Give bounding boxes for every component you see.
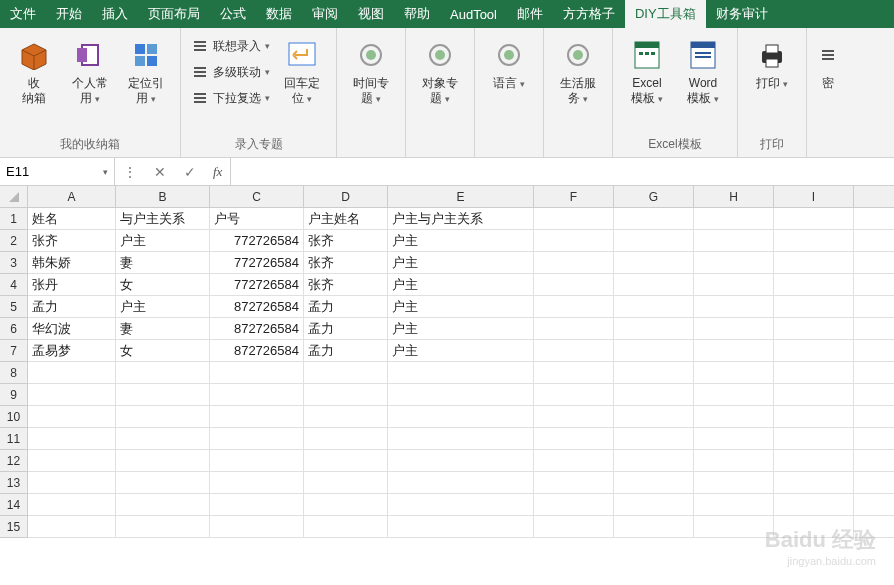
fx-icon[interactable]: fx	[205, 164, 230, 180]
cell[interactable]	[854, 384, 894, 406]
column-header[interactable]: A	[28, 186, 116, 208]
menu-tab-8[interactable]: 帮助	[394, 0, 440, 28]
ribbon-button[interactable]: 打印 ▾	[744, 32, 800, 96]
cell[interactable]	[534, 384, 614, 406]
column-header[interactable]: E	[388, 186, 534, 208]
cell[interactable]	[694, 274, 774, 296]
cell[interactable]	[614, 230, 694, 252]
cell[interactable]	[854, 274, 894, 296]
row-header[interactable]: 4	[0, 274, 28, 296]
cell[interactable]	[774, 230, 854, 252]
cell[interactable]	[774, 472, 854, 494]
cell[interactable]	[614, 384, 694, 406]
cell[interactable]	[210, 406, 304, 428]
cell[interactable]: 张齐	[304, 274, 388, 296]
cell[interactable]	[210, 472, 304, 494]
cell[interactable]	[304, 384, 388, 406]
cell[interactable]	[534, 516, 614, 538]
cell[interactable]	[534, 406, 614, 428]
cell[interactable]	[116, 406, 210, 428]
cell[interactable]	[304, 472, 388, 494]
cell[interactable]: 872726584	[210, 318, 304, 340]
cell[interactable]	[614, 494, 694, 516]
cell[interactable]: 872726584	[210, 340, 304, 362]
cell[interactable]	[774, 274, 854, 296]
row-header[interactable]: 1	[0, 208, 28, 230]
cell[interactable]: 772726584	[210, 252, 304, 274]
menu-tab-12[interactable]: DIY工具箱	[625, 0, 706, 28]
cell[interactable]	[854, 472, 894, 494]
cell[interactable]	[854, 296, 894, 318]
row-header[interactable]: 8	[0, 362, 28, 384]
cell[interactable]: 孟易梦	[28, 340, 116, 362]
cell[interactable]	[774, 318, 854, 340]
cell[interactable]	[774, 340, 854, 362]
cell[interactable]	[304, 450, 388, 472]
cell[interactable]	[854, 450, 894, 472]
row-header[interactable]: 2	[0, 230, 28, 252]
cell[interactable]: 张齐	[28, 230, 116, 252]
cell[interactable]	[694, 384, 774, 406]
cell[interactable]: 772726584	[210, 274, 304, 296]
cell[interactable]	[614, 252, 694, 274]
cell[interactable]	[694, 340, 774, 362]
cell[interactable]	[614, 428, 694, 450]
cell[interactable]	[388, 450, 534, 472]
ribbon-small-button[interactable]: 联想录入 ▾	[187, 34, 274, 58]
cell[interactable]	[694, 252, 774, 274]
cell[interactable]	[534, 340, 614, 362]
cell[interactable]	[116, 494, 210, 516]
cell[interactable]	[774, 384, 854, 406]
cell[interactable]	[534, 428, 614, 450]
cell[interactable]	[854, 516, 894, 538]
cell[interactable]	[694, 296, 774, 318]
cell[interactable]: 妻	[116, 318, 210, 340]
select-all-corner[interactable]	[0, 186, 28, 208]
ribbon-small-button[interactable]: 下拉复选 ▾	[187, 86, 274, 110]
cell[interactable]	[694, 230, 774, 252]
cell[interactable]	[854, 494, 894, 516]
menu-tab-0[interactable]: 文件	[0, 0, 46, 28]
menu-tab-13[interactable]: 财务审计	[706, 0, 778, 28]
ribbon-button[interactable]: 时间专题 ▾	[343, 32, 399, 111]
cell[interactable]: 女	[116, 274, 210, 296]
cell[interactable]: 户主	[388, 230, 534, 252]
cell[interactable]	[116, 516, 210, 538]
row-header[interactable]: 13	[0, 472, 28, 494]
column-header[interactable]: F	[534, 186, 614, 208]
row-header[interactable]: 10	[0, 406, 28, 428]
spreadsheet-grid[interactable]: 123456789101112131415 ABCDEFGHI 姓名与户主关系户…	[0, 186, 894, 585]
cell[interactable]	[534, 494, 614, 516]
cell[interactable]	[694, 516, 774, 538]
chevron-down-icon[interactable]: ▾	[103, 167, 108, 177]
cell[interactable]	[614, 340, 694, 362]
ribbon-button[interactable]: Excel模板 ▾	[619, 32, 675, 111]
column-header[interactable]: G	[614, 186, 694, 208]
cell[interactable]	[774, 516, 854, 538]
ribbon-small-button[interactable]: 多级联动 ▾	[187, 60, 274, 84]
cell[interactable]	[116, 362, 210, 384]
column-header[interactable]: C	[210, 186, 304, 208]
cell[interactable]	[774, 296, 854, 318]
cell[interactable]	[854, 428, 894, 450]
cell[interactable]	[534, 208, 614, 230]
name-box[interactable]: ▾	[0, 158, 115, 185]
ribbon-button[interactable]: Word模板 ▾	[675, 32, 731, 111]
cell[interactable]	[534, 252, 614, 274]
cell[interactable]: 孟力	[304, 296, 388, 318]
ribbon-button[interactable]: 语言 ▾	[481, 32, 537, 96]
cell[interactable]	[774, 428, 854, 450]
row-header[interactable]: 6	[0, 318, 28, 340]
cell[interactable]	[388, 516, 534, 538]
cell[interactable]	[210, 362, 304, 384]
cell[interactable]: 872726584	[210, 296, 304, 318]
cell[interactable]	[28, 406, 116, 428]
cell[interactable]: 户主	[116, 230, 210, 252]
cell[interactable]: 张丹	[28, 274, 116, 296]
ribbon-button[interactable]: 对象专题 ▾	[412, 32, 468, 111]
cell[interactable]	[614, 296, 694, 318]
cell[interactable]	[210, 494, 304, 516]
cell[interactable]	[854, 362, 894, 384]
cell[interactable]	[774, 450, 854, 472]
cell[interactable]	[694, 494, 774, 516]
